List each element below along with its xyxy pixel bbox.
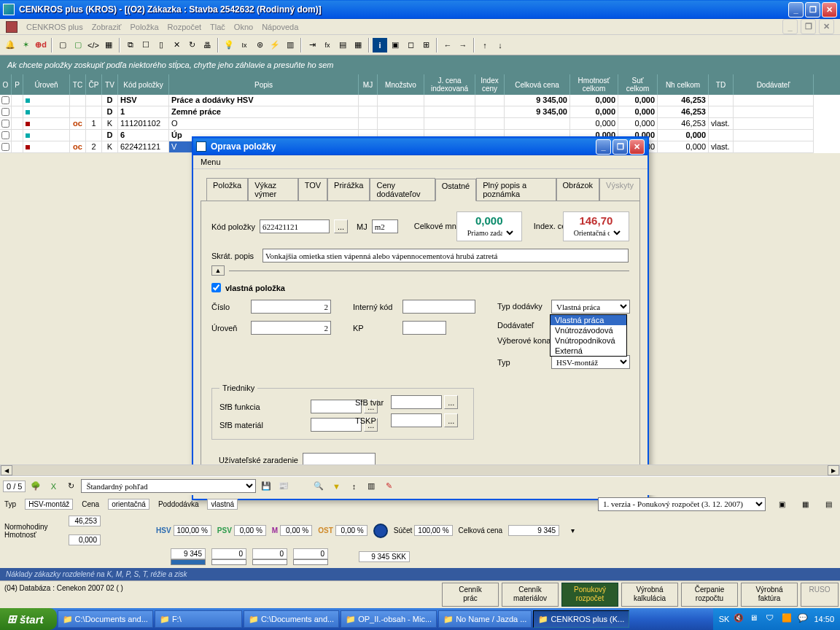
mdi-minimize-button[interactable]: _ bbox=[782, 19, 798, 34]
col-uroven[interactable]: Úroveň bbox=[23, 74, 70, 95]
tb-calc-icon[interactable]: ▤ bbox=[335, 38, 350, 52]
tb-indent-icon[interactable]: ⇥ bbox=[305, 38, 319, 52]
tb-copy-icon[interactable]: ⧉ bbox=[123, 38, 138, 52]
tb-wheel-icon[interactable]: ⊛ bbox=[252, 38, 267, 52]
tab-5[interactable]: Ostatné bbox=[435, 179, 477, 201]
tb-down-icon[interactable]: ↓ bbox=[493, 38, 508, 52]
dropdown-option[interactable]: Vlastná práca bbox=[551, 315, 626, 325]
dialog-minimize-button[interactable]: _ bbox=[596, 139, 611, 155]
scroll-left-button[interactable]: ◀ bbox=[1, 465, 12, 475]
view-combo[interactable]: Štandardný pohľad bbox=[81, 479, 256, 493]
mode-button[interactable]: Čerpanierozpočtu bbox=[681, 583, 738, 607]
maximize-button[interactable]: ❐ bbox=[805, 2, 820, 18]
tb-bolt-icon[interactable]: ⚡ bbox=[268, 38, 282, 52]
menu-napoveda[interactable]: Nápoveda bbox=[262, 23, 298, 31]
ruso-button[interactable]: RUSO bbox=[801, 583, 839, 607]
taskbar-task[interactable]: 📁 C:\Documents and... bbox=[58, 610, 153, 628]
celk-expand[interactable]: ▾ bbox=[565, 524, 580, 538]
dialog-menu[interactable]: Menu bbox=[193, 155, 648, 169]
vb-tree-icon[interactable]: 🌳 bbox=[28, 479, 43, 494]
vb-save2-icon[interactable]: 📰 bbox=[276, 479, 291, 494]
skrat-input[interactable] bbox=[262, 249, 629, 262]
tb-newgreen-icon[interactable]: ▢ bbox=[71, 38, 85, 52]
tskp-input[interactable] bbox=[391, 413, 442, 427]
tb-lightbulb-icon[interactable]: 💡 bbox=[222, 38, 236, 52]
col-dod[interactable]: Dodávateľ bbox=[734, 74, 814, 95]
tb-del-icon[interactable]: ✕ bbox=[169, 38, 184, 52]
taskbar-task[interactable]: 📁 OP_II.-obsah - Mic... bbox=[341, 610, 437, 628]
tb-table-icon[interactable]: ▦ bbox=[101, 38, 116, 52]
sfb-tvar-lookup[interactable]: ... bbox=[444, 395, 458, 409]
tab-6[interactable]: Plný popis a poznámka bbox=[476, 178, 556, 201]
start-button[interactable]: ⊞štart bbox=[0, 608, 57, 630]
sfb-material-input[interactable] bbox=[311, 418, 362, 432]
tb-grid-icon[interactable]: ⊞ bbox=[419, 38, 433, 52]
tb-box-icon[interactable]: ☐ bbox=[139, 38, 153, 52]
col-cp[interactable]: ČP bbox=[86, 74, 102, 95]
mode-button[interactable]: Cenníkmateriálov bbox=[502, 583, 559, 607]
vb-cols-icon[interactable]: ▥ bbox=[364, 479, 378, 494]
col-td[interactable]: TD bbox=[709, 74, 734, 95]
mode-button[interactable]: Výrobnákalkulácia bbox=[621, 583, 678, 607]
tb-new-icon[interactable]: ▢ bbox=[55, 38, 70, 52]
verzia-btn3[interactable]: ▤ bbox=[821, 497, 836, 511]
col-mj[interactable]: MJ bbox=[359, 74, 378, 95]
vb-save-icon[interactable]: 💾 bbox=[259, 479, 273, 494]
menu-rozpocet[interactable]: Rozpočet bbox=[168, 23, 201, 31]
dialog-close-button[interactable]: ✕ bbox=[629, 139, 645, 155]
typdod-combo[interactable]: Vlastná práca bbox=[551, 300, 630, 314]
tab-2[interactable]: TOV bbox=[298, 178, 327, 201]
col-tv[interactable]: TV bbox=[102, 74, 118, 95]
scroll-right-button[interactable]: ▶ bbox=[828, 465, 839, 475]
taskbar-task[interactable]: 📁 CENKROS plus (K... bbox=[533, 610, 629, 628]
vb-refresh-icon[interactable]: ↻ bbox=[63, 479, 78, 494]
sfb-tvar-input[interactable] bbox=[391, 395, 442, 409]
tab-3[interactable]: Prirážka bbox=[327, 178, 370, 201]
index-mode-combo[interactable]: Orientačná cena bbox=[569, 227, 623, 238]
menu-tlac[interactable]: Tlač bbox=[210, 23, 225, 31]
col-sut[interactable]: Suť celkom bbox=[618, 74, 658, 95]
tab-8[interactable]: Výskyty bbox=[599, 178, 640, 201]
vb-edit-icon[interactable]: ✎ bbox=[381, 479, 396, 494]
lang-indicator[interactable]: SK bbox=[719, 615, 730, 623]
vb-find-icon[interactable]: 🔍 bbox=[311, 479, 326, 494]
tray-icon-4[interactable]: 🟧 bbox=[782, 613, 793, 625]
tb-split-icon[interactable]: ▦ bbox=[351, 38, 365, 52]
clock[interactable]: 14:50 bbox=[814, 615, 834, 623]
col-jcena[interactable]: J. cena indexovaná bbox=[424, 74, 475, 95]
verzia-btn2[interactable]: ▦ bbox=[798, 497, 812, 511]
taskbar-task[interactable]: 📁 C:\Documents and... bbox=[244, 610, 339, 628]
kp-input[interactable] bbox=[402, 321, 446, 335]
col-hmot[interactable]: Hmotnosť celkom bbox=[570, 74, 618, 95]
typdod-dropdown-list[interactable]: Vlastná prácaVnútrozávodováVnútropodniko… bbox=[550, 314, 627, 357]
tab-0[interactable]: Položka bbox=[206, 178, 248, 201]
table-row[interactable]: oc1K111201102O0,0000,00046,253vlast. bbox=[0, 118, 840, 130]
vlastna-checkbox[interactable] bbox=[211, 283, 221, 292]
tray-icon-5[interactable]: 💬 bbox=[798, 613, 809, 625]
sfb-funkcia-input[interactable] bbox=[311, 400, 362, 413]
col-index[interactable]: Index ceny bbox=[475, 74, 505, 95]
tray-icon-3[interactable]: 🛡 bbox=[766, 613, 777, 625]
menu-okno[interactable]: Okno bbox=[234, 23, 253, 31]
col-p[interactable]: P bbox=[12, 74, 23, 95]
tb-next-icon[interactable]: → bbox=[456, 38, 470, 52]
tb-ix-icon[interactable]: Ix bbox=[237, 38, 252, 52]
menu-polozka[interactable]: Položka bbox=[130, 23, 158, 31]
cislo-input[interactable] bbox=[251, 300, 331, 314]
dialog-maximize-button[interactable]: ❐ bbox=[612, 139, 628, 155]
intkod-input[interactable] bbox=[402, 300, 475, 314]
kod-lookup-button[interactable]: ... bbox=[334, 219, 348, 233]
col-tc[interactable]: TC bbox=[70, 74, 86, 95]
col-kod[interactable]: Kód položky bbox=[118, 74, 169, 95]
tb-code-icon[interactable]: </> bbox=[86, 38, 101, 52]
table-row[interactable]: DHSVPráce a dodávky HSV9 345,000,0000,00… bbox=[0, 95, 840, 106]
tab-4[interactable]: Ceny dodávateľov bbox=[370, 178, 435, 201]
tb-refresh-icon[interactable]: ↻ bbox=[184, 38, 199, 52]
tb-red-icon[interactable]: ⊕d bbox=[34, 38, 48, 52]
horizontal-scrollbar[interactable]: ◀ ▶ bbox=[0, 464, 840, 476]
mdi-restore-button[interactable]: ❐ bbox=[801, 19, 816, 34]
celkove-mode-combo[interactable]: Priamo zadané bbox=[463, 227, 516, 238]
kod-input[interactable] bbox=[260, 219, 330, 233]
expand-toggle[interactable]: ▲ bbox=[211, 265, 225, 276]
tb-fx-icon[interactable]: fx bbox=[320, 38, 335, 52]
